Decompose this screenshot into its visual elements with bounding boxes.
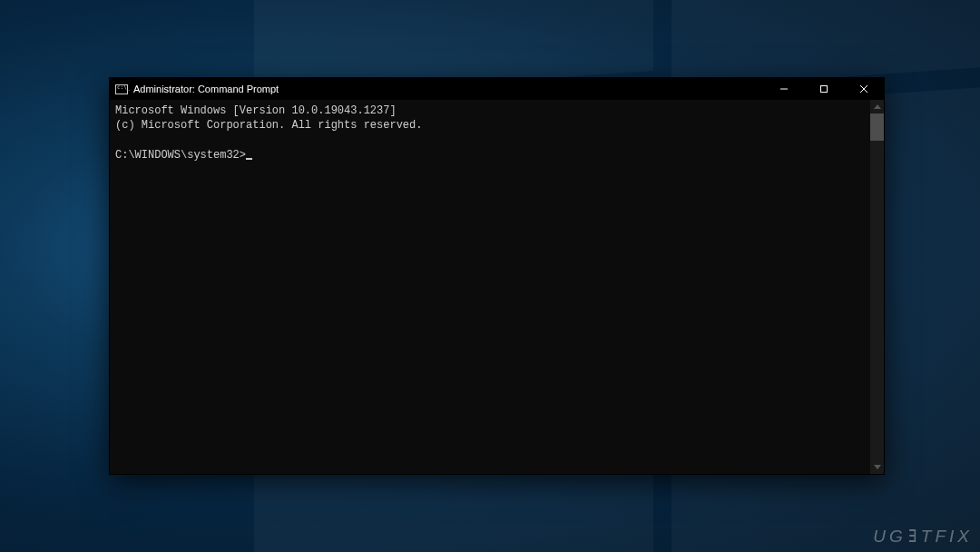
command-prompt-window: Administrator: Command Prompt Microsoft … [109,77,885,475]
terminal-output[interactable]: Microsoft Windows [Version 10.0.19043.12… [110,100,870,474]
vertical-scrollbar[interactable] [870,100,884,474]
svg-marker-5 [874,465,881,469]
watermark: UGƎTFIX [873,526,973,547]
cmd-icon [115,84,128,94]
window-title: Administrator: Command Prompt [133,84,279,94]
titlebar[interactable]: Administrator: Command Prompt [110,78,884,100]
close-button[interactable] [844,78,884,100]
window-controls [764,78,884,100]
terminal-line-copyright: (c) Microsoft Corporation. All rights re… [115,119,422,132]
scroll-up-arrow[interactable] [870,100,884,113]
terminal-line-version: Microsoft Windows [Version 10.0.19043.12… [115,104,397,117]
maximize-button[interactable] [804,78,844,100]
terminal-prompt: C:\WINDOWS\system32> [115,149,246,162]
scroll-thumb[interactable] [870,113,884,141]
cursor [246,158,252,160]
minimize-button[interactable] [764,78,804,100]
scroll-down-arrow[interactable] [870,460,884,474]
svg-rect-1 [821,86,828,93]
svg-marker-4 [874,104,881,109]
